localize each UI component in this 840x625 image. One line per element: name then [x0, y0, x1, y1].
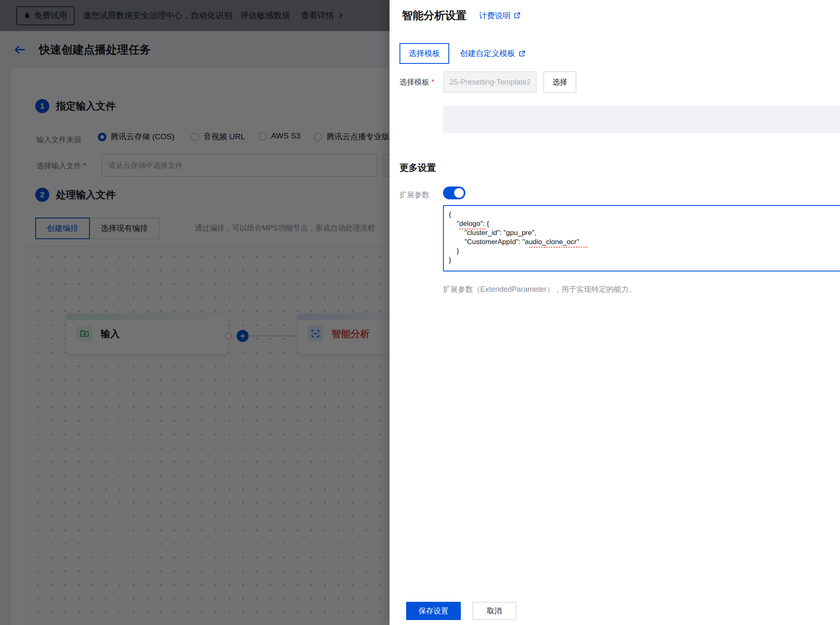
- billing-info-link[interactable]: 计费说明: [479, 10, 520, 21]
- extended-param-toggle[interactable]: [443, 187, 465, 199]
- template-label: 选择模板*: [399, 77, 443, 87]
- template-name-input[interactable]: [443, 71, 537, 93]
- screen: 免费试用 邀您试用数据安全治理中心，自动化识别、评估敏感数据 查看详情 快速创建…: [0, 0, 840, 625]
- extended-param-label: 扩展参数: [399, 190, 429, 200]
- template-select-row: 选择模板* 选择: [399, 71, 576, 93]
- external-link-icon: [513, 12, 520, 19]
- toggle-knob: [454, 188, 464, 198]
- analysis-settings-panel: 智能分析设置 计费说明 选择模板 创建自定义模板 选择模板* 选择 更: [390, 0, 840, 625]
- panel-title: 智能分析设置: [402, 8, 467, 23]
- extended-param-help: 扩展参数（ExtendedParameter），用于实现特定的能力。: [443, 284, 636, 294]
- panel-footer: 保存设置 取消: [406, 602, 516, 620]
- save-settings-button[interactable]: 保存设置: [406, 602, 461, 620]
- required-asterisk: *: [431, 78, 434, 86]
- external-link-icon: [518, 50, 525, 57]
- tab-create-custom-template[interactable]: 创建自定义模板: [460, 48, 525, 59]
- cancel-button[interactable]: 取消: [472, 602, 516, 620]
- panel-header: 智能分析设置 计费说明: [402, 8, 520, 23]
- template-preview-placeholder: [443, 106, 840, 133]
- tab-select-template[interactable]: 选择模板: [399, 43, 449, 64]
- template-tabs: 选择模板 创建自定义模板: [399, 43, 525, 64]
- more-settings-title: 更多设置: [399, 162, 436, 174]
- extended-param-json-input[interactable]: { "delogo": { "cluster_id": "gpu_pre", "…: [443, 205, 840, 271]
- template-select-button[interactable]: 选择: [543, 71, 576, 93]
